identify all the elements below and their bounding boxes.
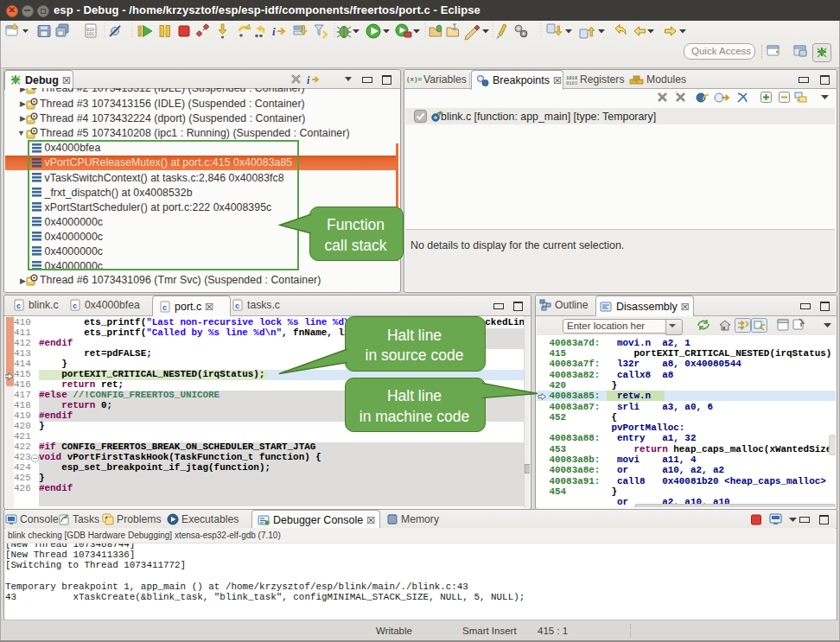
svg-text:c: c — [16, 302, 21, 310]
svg-text:i: i — [272, 25, 276, 38]
svg-text:c: c — [162, 303, 167, 312]
svg-text:c: c — [73, 302, 77, 310]
svg-text:c: c — [235, 302, 239, 310]
svg-text:101: 101 — [86, 32, 94, 37]
svg-text:i: i — [307, 74, 310, 86]
svg-text:0101: 0101 — [566, 79, 577, 86]
